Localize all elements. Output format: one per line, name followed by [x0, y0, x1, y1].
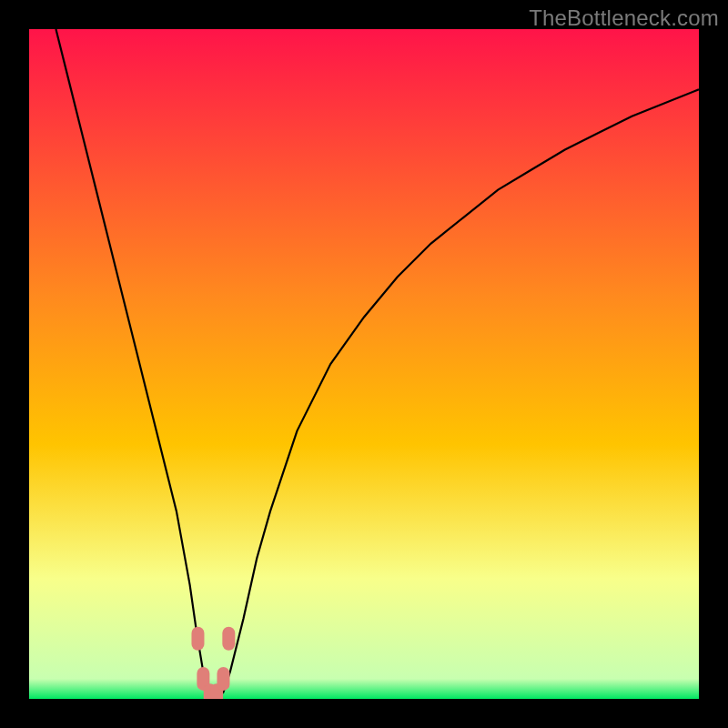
watermark-text: TheBottleneck.com — [529, 5, 719, 31]
sweet-spot-marker — [222, 627, 235, 651]
sweet-spot-marker — [191, 627, 204, 651]
bottleneck-chart — [29, 29, 699, 699]
sweet-spot-marker — [217, 667, 229, 691]
gradient-background — [29, 29, 699, 699]
chart-frame — [29, 29, 699, 699]
